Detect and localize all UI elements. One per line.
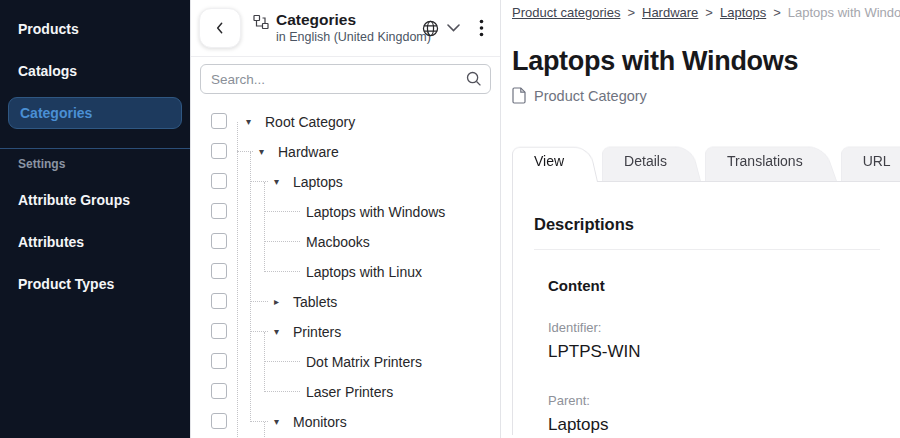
tree-checkbox[interactable]	[211, 203, 227, 219]
entity-type-label: Product Category	[534, 88, 647, 104]
document-icon	[512, 87, 526, 104]
chevron-down-icon	[447, 24, 460, 32]
sidebar-item-products[interactable]: Products	[0, 8, 190, 50]
tree-checkbox[interactable]	[211, 293, 227, 309]
tree-checkbox[interactable]	[211, 233, 227, 249]
tree-node-label[interactable]: Monitors	[293, 414, 347, 430]
tree-connector-stub	[264, 361, 300, 362]
search-input[interactable]	[200, 64, 491, 94]
breadcrumb-separator: >	[627, 5, 635, 20]
field-label-identifier: Identifier:	[548, 320, 880, 335]
tree-node-label[interactable]: Printers	[293, 324, 341, 340]
subsection-title-content: Content	[548, 277, 880, 294]
tree-checkbox[interactable]	[211, 413, 227, 429]
tree-connector-stub	[250, 331, 268, 332]
tree-node-label[interactable]: Laptops with Linux	[306, 264, 422, 280]
tree-checkbox[interactable]	[211, 143, 227, 159]
tree-caret-icon[interactable]: ▾	[274, 177, 293, 187]
tree-caret-icon[interactable]: ▾	[246, 117, 265, 127]
field-label-parent: Parent:	[548, 393, 880, 408]
field-value-identifier: LPTPS-WIN	[548, 342, 880, 362]
section-title-descriptions: Descriptions	[534, 215, 880, 234]
breadcrumb-current: Laptops with Windows	[788, 5, 900, 20]
tree-connector-stub	[250, 181, 268, 182]
back-button[interactable]	[199, 8, 241, 48]
tab-view[interactable]: View	[512, 143, 598, 181]
tree-node-label[interactable]: Laptops	[293, 174, 343, 190]
globe-icon	[421, 19, 440, 38]
tree-checkbox[interactable]	[211, 353, 227, 369]
tree-row-laptops-with-windows: Laptops with Windows	[191, 197, 500, 227]
tree-row-laptops-with-linux: Laptops with Linux	[191, 257, 500, 287]
tree-checkbox[interactable]	[211, 323, 227, 339]
tree-caret-icon[interactable]: ▾	[274, 327, 293, 337]
tree-caret-icon[interactable]: ▾	[274, 417, 293, 427]
sidebar-item-categories-slot: Categories	[0, 92, 190, 134]
field-value-parent: Laptops	[548, 415, 880, 435]
tree-row-laptops: ▾ Laptops	[191, 167, 500, 197]
tab-content-card: Descriptions Content Identifier: LPTPS-W…	[512, 181, 900, 435]
tree-row-monitors: ▾ Monitors	[191, 407, 500, 437]
panel-subtitle: in English (United Kingdom)	[276, 30, 431, 45]
tab-translations[interactable]: Translations	[705, 143, 837, 181]
tab-details[interactable]: Details	[602, 143, 701, 181]
tree-node-label[interactable]: Laptops with Windows	[306, 204, 445, 220]
tree-row-laser-printers: Laser Printers	[191, 377, 500, 407]
tree-connector-stub	[237, 151, 253, 152]
tree-checkbox[interactable]	[211, 113, 227, 129]
breadcrumb-link-laptops[interactable]: Laptops	[720, 5, 766, 20]
tree-caret-icon[interactable]: ▾	[259, 147, 278, 157]
tree-caret-icon[interactable]: ▸	[274, 297, 293, 307]
tree-row-hardware: ▾ Hardware	[191, 137, 500, 167]
tree-row-tablets: ▸ Tablets	[191, 287, 500, 317]
tree-node-label[interactable]: Dot Matrix Printers	[306, 354, 422, 370]
tree-row-macbooks: Macbooks	[191, 227, 500, 257]
tree-row-root-category: ▾ Root Category	[191, 107, 500, 137]
tree-node-label[interactable]: Hardware	[278, 144, 339, 160]
tree-node-label[interactable]: Root Category	[265, 114, 355, 130]
detail-tabs: View Details Translations URL	[512, 143, 900, 181]
category-tree: ▾ Root Category ▾ Hardware ▾ Laptops Lap…	[191, 107, 500, 438]
sidebar-section-settings: Settings	[0, 149, 190, 179]
tree-connector-stub	[264, 391, 300, 392]
tree-node-label[interactable]: Laser Printers	[306, 384, 393, 400]
sidebar-item-attribute-groups[interactable]: Attribute Groups	[0, 179, 190, 221]
panel-title-block: Categories in English (United Kingdom)	[276, 11, 431, 45]
tree-checkbox[interactable]	[211, 173, 227, 189]
tree-row-dot-matrix-printers: Dot Matrix Printers	[191, 347, 500, 377]
search-icon	[466, 71, 482, 87]
sidebar-item-categories-active[interactable]: Categories	[8, 97, 182, 129]
breadcrumb: Product categories > Hardware > Laptops …	[512, 0, 900, 20]
detail-panel: Product categories > Hardware > Laptops …	[502, 0, 900, 438]
tab-url[interactable]: URL	[841, 143, 900, 181]
hierarchy-icon	[253, 14, 269, 30]
breadcrumb-link-product-categories[interactable]: Product categories	[512, 5, 620, 20]
tree-node-label[interactable]: Macbooks	[306, 234, 370, 250]
page-title: Laptops with Windows	[512, 46, 900, 77]
panel-header-actions	[421, 17, 488, 39]
sidebar-item-catalogs[interactable]: Catalogs	[0, 50, 190, 92]
breadcrumb-separator: >	[705, 5, 713, 20]
tree-connector-stub	[264, 271, 300, 272]
entity-type-row: Product Category	[512, 87, 900, 104]
section-divider	[534, 249, 880, 250]
kebab-menu-button[interactable]	[475, 17, 488, 39]
tree-checkbox[interactable]	[211, 263, 227, 279]
kebab-menu-icon	[479, 19, 484, 37]
panel-title-group: Categories in English (United Kingdom)	[253, 11, 421, 45]
chevron-left-icon	[212, 20, 228, 36]
sidebar-item-attributes[interactable]: Attributes	[0, 221, 190, 263]
tree-search	[200, 64, 491, 94]
tree-row-printers: ▾ Printers	[191, 317, 500, 347]
tree-connector-stub	[264, 211, 300, 212]
tree-node-label[interactable]: Tablets	[293, 294, 337, 310]
tree-checkbox[interactable]	[211, 383, 227, 399]
breadcrumb-link-hardware[interactable]: Hardware	[642, 5, 698, 20]
tree-connector-stub	[250, 421, 268, 422]
sidebar-item-product-types[interactable]: Product Types	[0, 263, 190, 305]
locale-selector[interactable]	[421, 19, 460, 38]
tree-connector-stub	[250, 301, 268, 302]
main-sidebar: Products Catalogs Categories Settings At…	[0, 0, 190, 438]
panel-title: Categories	[276, 11, 431, 29]
tree-connector-stub	[264, 241, 300, 242]
